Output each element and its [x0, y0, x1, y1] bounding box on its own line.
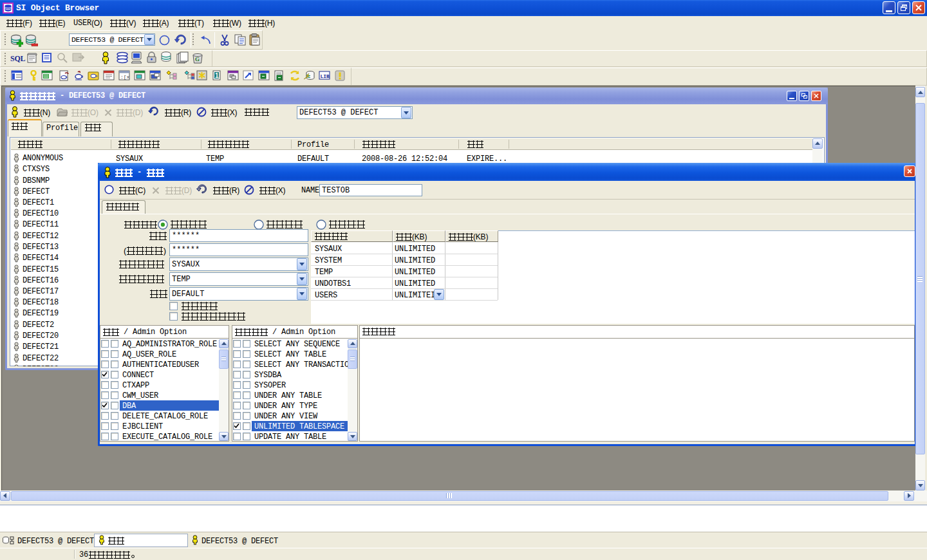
svg-text:LIB: LIB	[321, 73, 330, 79]
svg-text:1: 1	[215, 72, 219, 79]
svg-text:G: G	[195, 56, 200, 62]
svg-text::[x]: :[x]	[120, 74, 130, 80]
